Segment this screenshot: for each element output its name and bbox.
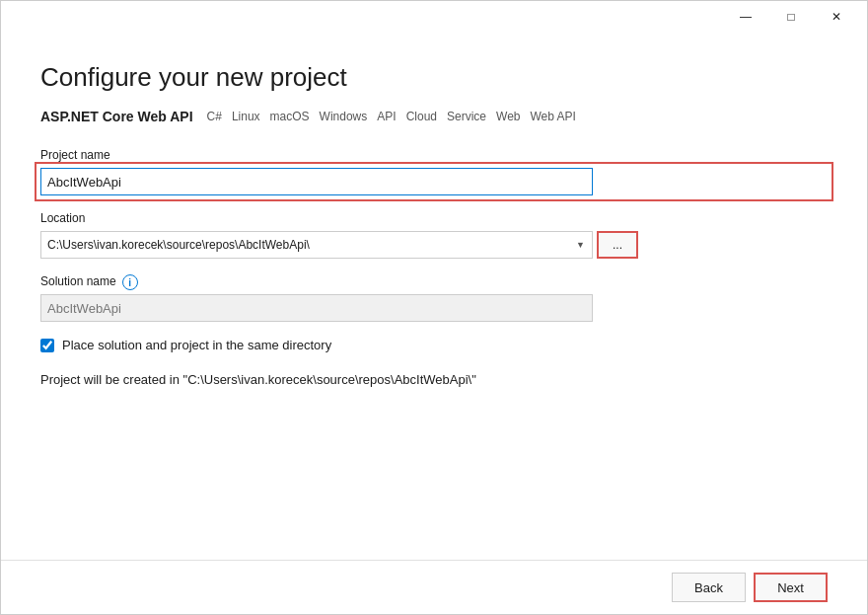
tag-cloud: Cloud	[406, 110, 437, 123]
back-button[interactable]: Back	[672, 573, 746, 602]
footer: Back Next	[1, 560, 867, 614]
location-row: C:\Users\ivan.korecek\source\repos\AbcIt…	[40, 231, 828, 259]
minimize-button[interactable]: —	[723, 1, 768, 33]
same-directory-checkbox[interactable]	[40, 339, 54, 352]
subtitle-row: ASP.NET Core Web API C# Linux macOS Wind…	[40, 109, 828, 124]
tag-service: Service	[447, 110, 486, 123]
project-name-input[interactable]	[40, 168, 593, 195]
browse-button[interactable]: ...	[597, 231, 638, 259]
project-name-group: Project name	[40, 148, 828, 195]
tag-macos: macOS	[270, 110, 310, 123]
tag-linux: Linux	[232, 110, 260, 123]
form-section: Project name Location C:\Users\ivan.kore…	[40, 148, 828, 540]
solution-name-input[interactable]	[40, 294, 593, 322]
main-content: Configure your new project ASP.NET Core …	[1, 33, 867, 560]
page-title: Configure your new project	[40, 62, 828, 93]
solution-name-group: Solution name i	[40, 274, 828, 322]
location-select-wrapper: C:\Users\ivan.korecek\source\repos\AbcIt…	[40, 231, 593, 259]
project-name-label: Project name	[40, 148, 828, 162]
next-button[interactable]: Next	[754, 573, 828, 602]
tag-windows: Windows	[320, 110, 368, 123]
maximize-button[interactable]: □	[768, 1, 814, 33]
location-dropdown[interactable]: C:\Users\ivan.korecek\source\repos\AbcIt…	[40, 231, 593, 259]
location-group: Location C:\Users\ivan.korecek\source\re…	[40, 211, 828, 259]
tag-web: Web	[496, 110, 520, 123]
project-type-label: ASP.NET Core Web API	[40, 109, 193, 124]
title-bar: — □ ✕	[1, 1, 867, 33]
title-bar-controls: — □ ✕	[723, 1, 859, 33]
info-icon[interactable]: i	[122, 274, 138, 290]
tag-csharp: C#	[207, 110, 222, 123]
close-button[interactable]: ✕	[814, 1, 859, 33]
solution-name-label: Solution name	[40, 274, 116, 288]
project-path-text: Project will be created in "C:\Users\iva…	[40, 372, 828, 387]
tag-api: API	[377, 110, 396, 123]
tag-webapi: Web API	[530, 110, 575, 123]
project-name-box	[40, 168, 828, 195]
checkbox-row: Place solution and project in the same d…	[40, 338, 828, 352]
solution-name-label-row: Solution name i	[40, 274, 828, 290]
same-directory-label: Place solution and project in the same d…	[62, 338, 331, 352]
main-window: — □ ✕ Configure your new project ASP.NET…	[0, 0, 868, 615]
location-label: Location	[40, 211, 828, 225]
